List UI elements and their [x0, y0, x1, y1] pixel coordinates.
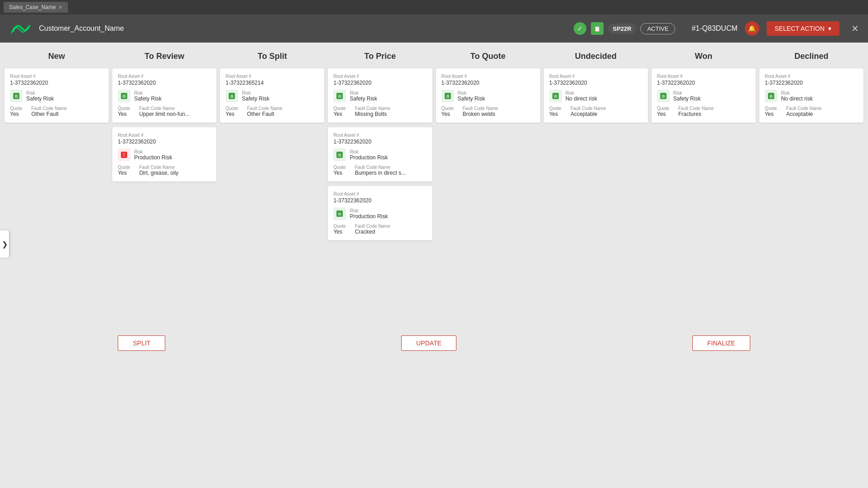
kanban-card[interactable]: Root Asset # 1-37322362020 ! Risk Produc… [112, 127, 216, 182]
asset-id: 1-37322362020 [657, 80, 750, 86]
fault-value: Broken welds [463, 111, 498, 117]
quote-label: Quote [333, 224, 345, 229]
kanban-card[interactable]: Root Asset # 1-37322362020 ⚙ Risk No dir… [544, 68, 648, 123]
risk-row: ⚙ Risk Safety Risk [10, 90, 103, 102]
risk-value: Safety Risk [458, 96, 485, 102]
quote-value: Yes [657, 111, 669, 117]
sales-case-tab[interactable]: Sales_Case_Name × [4, 2, 68, 13]
column-header-new: New [48, 52, 65, 61]
risk-value: Production Risk [350, 213, 388, 220]
update-button[interactable]: UPDATE [401, 335, 456, 351]
kanban-card[interactable]: Root Asset # 1-37322362020 ⚙ Risk Safety… [436, 68, 540, 123]
column-to-split: To Split Root Asset # 1-37322365214 ⚙ Ri… [220, 52, 324, 245]
card-bottom-row: Quote Yes Fault Code Name Other Fault [225, 106, 319, 117]
sidebar-toggle-arrow[interactable]: ❯ [0, 230, 9, 258]
split-button[interactable]: SPLIT [118, 335, 165, 351]
kanban-card[interactable]: Root Asset # 1-37322362020 ⚙ Risk Safety… [112, 68, 216, 123]
kanban-card[interactable]: Root Asset # 1-37322362020 ⚙ Risk Safety… [5, 68, 109, 123]
close-icon[interactable]: ✕ [851, 23, 859, 34]
quote-field: Quote Yes [333, 224, 345, 235]
fault-value: Acceptable [786, 111, 821, 117]
risk-label-group: Risk Production Risk [350, 208, 388, 220]
root-asset-label: Root Asset # [657, 74, 750, 79]
fault-field: Fault Code Name Other Fault [31, 106, 67, 117]
active-badge: ACTIVE [640, 23, 675, 34]
root-asset-label: Root Asset # [765, 74, 858, 79]
quote-value: Yes [333, 111, 345, 117]
root-asset-label: Root Asset # [333, 191, 427, 196]
risk-label-group: Risk Safety Risk [673, 91, 701, 102]
column-header-to-quote: To Quote [470, 52, 506, 61]
svg-text:⚙: ⚙ [662, 94, 665, 99]
risk-icon: ⚙ [333, 148, 346, 161]
asset-id: 1-37322362020 [441, 80, 535, 86]
risk-icon: ⚙ [225, 90, 238, 102]
fault-label: Fault Code Name [139, 106, 189, 111]
quote-label: Quote [333, 165, 345, 170]
svg-text:⚙: ⚙ [14, 94, 18, 99]
root-asset-label: Root Asset # [333, 133, 427, 138]
risk-icon: ⚙ [333, 90, 346, 102]
risk-value: Production Risk [350, 154, 388, 161]
risk-label: Risk [242, 91, 269, 96]
asset-id: 1-37322362020 [549, 80, 643, 86]
quote-value: Yes [118, 170, 130, 176]
risk-value: Safety Risk [134, 96, 162, 102]
column-header-to-price: To Price [364, 52, 396, 61]
doc-icon[interactable]: 📋 [591, 22, 604, 35]
quote-field: Quote Yes [765, 106, 777, 117]
finalize-button[interactable]: FINALIZE [692, 335, 750, 351]
risk-label-group: Risk Safety Risk [134, 91, 162, 102]
card-bottom-row: Quote Yes Fault Code Name Acceptable [765, 106, 858, 117]
kanban-card[interactable]: Root Asset # 1-37322362020 ⚙ Risk Produc… [328, 186, 432, 240]
risk-value: Safety Risk [350, 96, 377, 102]
quote-field: Quote Yes [441, 106, 454, 117]
risk-label-group: Risk Safety Risk [458, 91, 485, 102]
column-header-declined: Declined [794, 52, 828, 61]
quote-field: Quote Yes [118, 165, 130, 176]
kanban-card[interactable]: Root Asset # 1-37322362020 ⚙ Risk Safety… [328, 68, 432, 123]
quote-value: Yes [118, 111, 130, 117]
kanban-card[interactable]: Root Asset # 1-37322362020 ⚙ Risk No dir… [759, 68, 863, 123]
logo [9, 19, 32, 38]
risk-label-group: Risk No direct risk [781, 91, 813, 102]
risk-label: Risk [458, 91, 485, 96]
fault-value: Other Fault [31, 111, 67, 117]
risk-label-group: Risk Safety Risk [26, 91, 54, 102]
risk-row: ⚙ Risk Safety Risk [441, 90, 535, 102]
check-icon[interactable]: ✓ [574, 22, 586, 35]
risk-row: ⚙ Risk Safety Risk [657, 90, 750, 102]
close-tab-icon[interactable]: × [58, 4, 62, 11]
root-asset-label: Root Asset # [549, 74, 643, 79]
fault-value: Fractures [678, 111, 714, 117]
fault-value: Missing Bolts [355, 111, 390, 117]
svg-text:⚙: ⚙ [446, 94, 450, 99]
quote-field: Quote Yes [118, 106, 130, 117]
root-asset-label: Root Asset # [441, 74, 535, 79]
notification-icon[interactable]: 🔔 [745, 21, 759, 36]
risk-icon: ⚙ [333, 207, 346, 220]
kanban-card[interactable]: Root Asset # 1-37322362020 ⚙ Risk Safety… [652, 68, 756, 123]
quote-value: Yes [549, 111, 561, 117]
risk-row: ! Risk Production Risk [118, 148, 211, 161]
risk-label-group: Risk No direct risk [566, 91, 597, 102]
quote-label: Quote [441, 106, 454, 111]
quote-label: Quote [657, 106, 669, 111]
asset-id: 1-37322362020 [118, 139, 211, 145]
quote-value: Yes [441, 111, 454, 117]
select-action-button[interactable]: SELECT ACTION ▾ [767, 21, 839, 36]
risk-row: ⚙ Risk No direct risk [765, 90, 858, 102]
sp-badge[interactable]: SP22R [608, 24, 636, 34]
quote-field: Quote Yes [10, 106, 22, 117]
kanban-card[interactable]: Root Asset # 1-37322365214 ⚙ Risk Safety… [220, 68, 324, 123]
quote-field: Quote Yes [333, 165, 345, 176]
kanban-card[interactable]: Root Asset # 1-37322362020 ⚙ Risk Produc… [328, 127, 432, 182]
fault-label: Fault Code Name [355, 165, 406, 170]
column-to-review: To Review Root Asset # 1-37322362020 ⚙ R… [112, 52, 216, 245]
fault-label: Fault Code Name [355, 224, 390, 229]
risk-row: ⚙ Risk No direct risk [549, 90, 643, 102]
risk-label: Risk [566, 91, 597, 96]
svg-text:⚙: ⚙ [230, 94, 234, 99]
fault-field: Fault Code Name Dirt, grease, oily [139, 165, 178, 176]
quote-label: Quote [549, 106, 561, 111]
